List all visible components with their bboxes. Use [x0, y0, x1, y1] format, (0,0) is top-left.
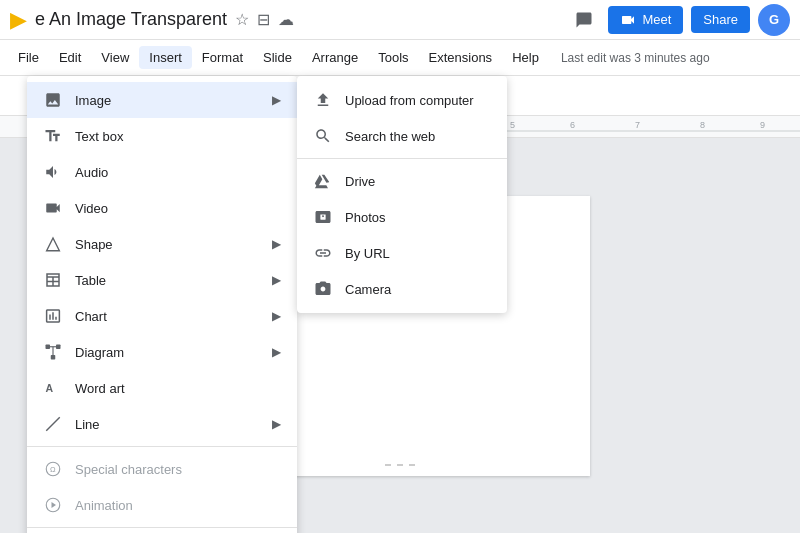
image-submenu-drive[interactable]: Drive [297, 163, 507, 199]
shape-icon [43, 234, 63, 254]
svg-text:9: 9 [760, 120, 765, 130]
insert-diagram-label: Diagram [75, 345, 260, 360]
insert-menu-item-video[interactable]: Video [27, 190, 297, 226]
image-submenu-searchweb[interactable]: Search the web [297, 118, 507, 154]
insert-wordart-label: Word art [75, 381, 281, 396]
audio-icon [43, 162, 63, 182]
textbox-icon [43, 126, 63, 146]
camera-label: Camera [345, 282, 391, 297]
insert-menu-item-line[interactable]: Line ▶ [27, 406, 297, 442]
photos-label: Photos [345, 210, 385, 225]
menu-extensions[interactable]: Extensions [419, 46, 503, 69]
table-icon [43, 270, 63, 290]
image-icon [43, 90, 63, 110]
menu-edit[interactable]: Edit [49, 46, 91, 69]
cloud-icon: ☁ [278, 10, 294, 29]
specialchar-icon: Ω [43, 459, 63, 479]
svg-text:A: A [46, 382, 54, 394]
insert-audio-label: Audio [75, 165, 281, 180]
upload-icon [313, 90, 333, 110]
svg-rect-7 [56, 345, 61, 350]
byurl-label: By URL [345, 246, 390, 261]
insert-image-label: Image [75, 93, 260, 108]
insert-menu-item-image[interactable]: Image ▶ [27, 82, 297, 118]
url-icon [313, 243, 333, 263]
title-bar-right: Meet Share G [568, 4, 790, 36]
folder-icon[interactable]: ⊟ [257, 10, 270, 29]
title-bar-left: ▶ e An Image Transparent ☆ ⊟ ☁ [10, 7, 568, 33]
insert-video-label: Video [75, 201, 281, 216]
image-submenu-camera[interactable]: Camera [297, 271, 507, 307]
document-title[interactable]: e An Image Transparent [35, 9, 227, 30]
menu-view[interactable]: View [91, 46, 139, 69]
insert-menu-item-chart[interactable]: Chart ▶ [27, 298, 297, 334]
slides-logo: ▶ [10, 7, 27, 33]
divider-2 [27, 527, 297, 528]
account-avatar[interactable]: G [758, 4, 790, 36]
star-icon[interactable]: ☆ [235, 10, 249, 29]
table-arrow: ▶ [272, 273, 281, 287]
insert-menu-item-shape[interactable]: Shape ▶ [27, 226, 297, 262]
drive-label: Drive [345, 174, 375, 189]
svg-text:Ω: Ω [50, 465, 56, 474]
search-web-icon [313, 126, 333, 146]
menu-insert[interactable]: Insert [139, 46, 192, 69]
menu-help[interactable]: Help [502, 46, 549, 69]
submenu-divider-1 [297, 158, 507, 159]
svg-text:7: 7 [635, 120, 640, 130]
insert-menu-item-animation: Animation [27, 487, 297, 523]
share-label: Share [703, 12, 738, 27]
photos-icon [313, 207, 333, 227]
insert-shape-label: Shape [75, 237, 260, 252]
menu-slide[interactable]: Slide [253, 46, 302, 69]
title-bar: ▶ e An Image Transparent ☆ ⊟ ☁ Meet Shar… [0, 0, 800, 40]
insert-textbox-label: Text box [75, 129, 281, 144]
insert-specialchar-label: Special characters [75, 462, 281, 477]
insert-table-label: Table [75, 273, 260, 288]
camera-icon [313, 279, 333, 299]
insert-menu-item-wordart[interactable]: A Word art [27, 370, 297, 406]
chat-icon[interactable] [568, 4, 600, 36]
image-submenu-byurl[interactable]: By URL [297, 235, 507, 271]
insert-menu-item-table[interactable]: Table ▶ [27, 262, 297, 298]
image-submenu-panel: Upload from computer Search the web Driv… [297, 76, 507, 313]
menu-file[interactable]: File [8, 46, 49, 69]
menu-arrange[interactable]: Arrange [302, 46, 368, 69]
divider-1 [27, 446, 297, 447]
svg-text:6: 6 [570, 120, 575, 130]
line-arrow: ▶ [272, 417, 281, 431]
insert-menu-item-specialchar: Ω Special characters [27, 451, 297, 487]
diagram-icon [43, 342, 63, 362]
insert-menu-item-textbox[interactable]: Text box [27, 118, 297, 154]
chart-arrow: ▶ [272, 309, 281, 323]
svg-line-12 [46, 417, 60, 431]
line-icon [43, 414, 63, 434]
searchweb-label: Search the web [345, 129, 435, 144]
insert-menu-item-diagram[interactable]: Diagram ▶ [27, 334, 297, 370]
diagram-arrow: ▶ [272, 345, 281, 359]
meet-label: Meet [642, 12, 671, 27]
insert-menu-panel: Image ▶ Text box Audio Video [27, 76, 297, 533]
svg-text:5: 5 [510, 120, 515, 130]
upload-label: Upload from computer [345, 93, 474, 108]
menu-bar: File Edit View Insert Format Slide Arran… [0, 40, 800, 76]
last-edit-text: Last edit was 3 minutes ago [561, 51, 710, 65]
insert-chart-label: Chart [75, 309, 260, 324]
insert-line-label: Line [75, 417, 260, 432]
image-submenu-photos[interactable]: Photos [297, 199, 507, 235]
chart-icon [43, 306, 63, 326]
animation-icon [43, 495, 63, 515]
drive-icon [313, 171, 333, 191]
svg-rect-6 [46, 345, 51, 350]
meet-button[interactable]: Meet [608, 6, 683, 34]
svg-text:8: 8 [700, 120, 705, 130]
shape-arrow: ▶ [272, 237, 281, 251]
image-submenu-upload[interactable]: Upload from computer [297, 82, 507, 118]
wordart-icon: A [43, 378, 63, 398]
menu-format[interactable]: Format [192, 46, 253, 69]
share-button[interactable]: Share [691, 6, 750, 33]
svg-rect-8 [51, 355, 56, 360]
image-arrow: ▶ [272, 93, 281, 107]
insert-menu-item-audio[interactable]: Audio [27, 154, 297, 190]
menu-tools[interactable]: Tools [368, 46, 418, 69]
